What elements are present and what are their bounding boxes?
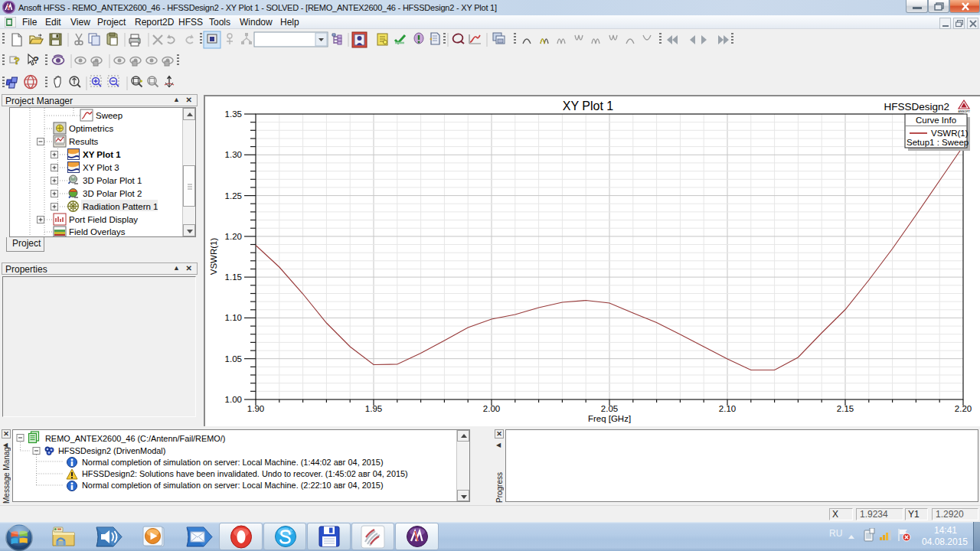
svg-text:1.10: 1.10 <box>225 313 242 322</box>
svg-text:Normal completion of simulatio: Normal completion of simulation on serve… <box>82 458 384 467</box>
svg-text:Radiation Pattern 1: Radiation Pattern 1 <box>83 202 158 211</box>
svg-text:VSWR(1): VSWR(1) <box>209 238 218 276</box>
svg-text:3D Polar Plot 1: 3D Polar Plot 1 <box>83 176 142 185</box>
svg-text:2.20: 2.20 <box>955 404 972 413</box>
svg-text:1.35: 1.35 <box>225 109 242 119</box>
svg-text:Sweep: Sweep <box>96 111 122 120</box>
svg-text:1.15: 1.15 <box>225 272 242 282</box>
svg-text:Setup1 : Sweep: Setup1 : Sweep <box>906 138 969 147</box>
svg-text:?: ? <box>14 55 20 67</box>
svg-text:ANSOFT: ANSOFT <box>958 110 970 113</box>
svg-text:HFSSDesign2 (DrivenModal): HFSSDesign2 (DrivenModal) <box>58 446 165 455</box>
svg-text:1.90: 1.90 <box>247 404 264 413</box>
svg-text:Field Overlays: Field Overlays <box>69 227 126 236</box>
svg-text:?: ? <box>33 54 39 66</box>
svg-text:2.10: 2.10 <box>719 404 736 413</box>
svg-text:Port Field Display: Port Field Display <box>69 215 138 224</box>
svg-text:XY Plot 3: XY Plot 3 <box>83 163 119 172</box>
svg-text:Results: Results <box>69 137 99 146</box>
svg-text:XY Plot 1: XY Plot 1 <box>563 99 614 112</box>
svg-text:VSWR(1): VSWR(1) <box>931 129 969 138</box>
svg-text:Normal completion of simulatio: Normal completion of simulation on serve… <box>82 481 384 490</box>
svg-text:Freq [GHz]: Freq [GHz] <box>588 414 631 423</box>
svg-text:REMO_ANTEX2600_46 (C:/Antenn/F: REMO_ANTEX2600_46 (C:/Antenn/Fail/REMO/) <box>45 434 225 443</box>
svg-text:1.05: 1.05 <box>225 354 242 364</box>
svg-text:Optimetrics: Optimetrics <box>69 124 113 133</box>
svg-text:1.20: 1.20 <box>225 232 242 241</box>
svg-text:1.95: 1.95 <box>365 404 382 413</box>
svg-text:3D Polar Plot 2: 3D Polar Plot 2 <box>83 189 142 198</box>
svg-text:2.00: 2.00 <box>483 404 500 413</box>
svg-text:HFSSDesign2: Solutions have be: HFSSDesign2: Solutions have been invalid… <box>82 469 408 478</box>
svg-text:Curve Info: Curve Info <box>916 116 956 125</box>
svg-text:1.00: 1.00 <box>225 395 242 404</box>
svg-text:XY Plot 1: XY Plot 1 <box>83 150 121 159</box>
svg-text:1.25: 1.25 <box>225 191 242 201</box>
svg-text:2.05: 2.05 <box>601 404 618 413</box>
svg-text:2.15: 2.15 <box>837 404 854 413</box>
svg-text:1.30: 1.30 <box>225 150 242 159</box>
svg-text:HFSSDesign2: HFSSDesign2 <box>884 101 949 112</box>
